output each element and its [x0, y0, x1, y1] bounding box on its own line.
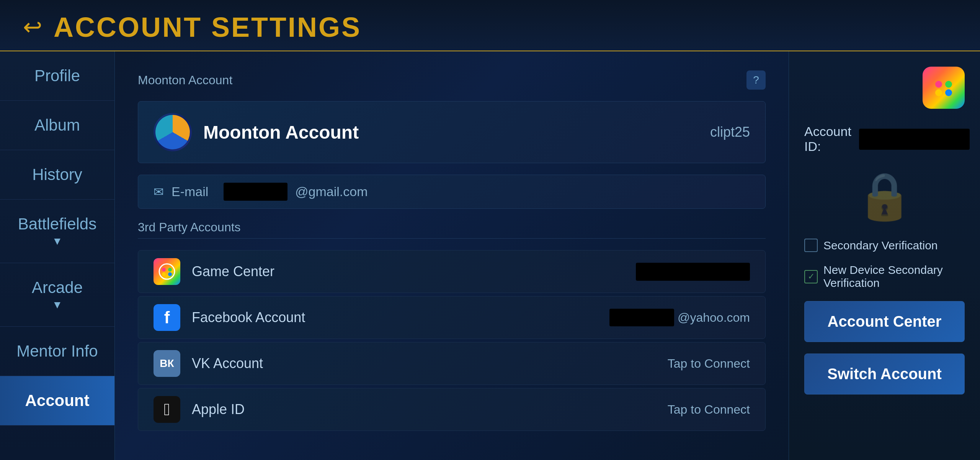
sidebar-label-album: Album	[34, 116, 80, 134]
account-center-button[interactable]: Account Center	[804, 301, 965, 342]
third-party-label: 3rd Party Accounts	[138, 220, 766, 239]
sidebar-item-profile[interactable]: Profile	[0, 51, 114, 101]
provider-row-facebook[interactable]: f Facebook Account @yahoo.com	[138, 296, 766, 339]
chevron-down-icon: ▼	[52, 235, 63, 247]
new-device-verification-checkbox[interactable]: ✓	[804, 270, 818, 283]
email-redacted	[224, 183, 287, 201]
svg-point-6	[945, 81, 952, 88]
switch-account-label: Switch Account	[827, 365, 942, 382]
back-button[interactable]: ↩	[23, 16, 42, 39]
switch-account-button[interactable]: Switch Account	[804, 354, 965, 395]
email-row: ✉ E-mail @gmail.com	[138, 175, 766, 209]
vk-icon: ВК	[154, 350, 180, 377]
provider-row-apple[interactable]:  Apple ID Tap to Connect	[138, 388, 766, 431]
new-device-verification-row: ✓ New Device Secondary Verification	[804, 264, 965, 290]
facebook-name: Facebook Account	[192, 309, 598, 326]
secondary-verification-row: Secondary Verification	[804, 239, 938, 252]
moonton-section-label: Moonton Account	[138, 73, 232, 87]
account-center-label: Account Center	[828, 313, 942, 330]
sidebar-item-album[interactable]: Album	[0, 101, 114, 150]
svg-point-4	[168, 272, 172, 276]
email-icon: ✉	[154, 185, 164, 199]
game-center-logo-svg	[158, 263, 176, 280]
account-username: clipt25	[710, 124, 750, 140]
apple-name: Apple ID	[192, 401, 656, 417]
game-center-status	[636, 263, 750, 281]
game-center-large-icon	[923, 67, 965, 109]
apple-icon: 	[154, 396, 180, 423]
sidebar-item-history[interactable]: History	[0, 150, 114, 200]
section-moonton: Moonton Account ?	[138, 70, 766, 90]
svg-point-3	[162, 272, 166, 276]
provider-row-vk[interactable]: ВК VK Account Tap to Connect	[138, 342, 766, 385]
sidebar-label-arcade: Arcade	[32, 278, 83, 297]
svg-point-7	[935, 89, 942, 96]
account-name: Moonton Account	[203, 122, 699, 143]
sidebar-item-account[interactable]: Account	[0, 376, 114, 426]
provider-list: Game Center f Facebook Account @yahoo.co…	[138, 250, 766, 431]
sidebar: Profile Album History Battlefields ▼ Arc…	[0, 51, 115, 460]
back-arrow-icon: ↩	[23, 14, 42, 40]
sidebar-item-arcade[interactable]: Arcade ▼	[0, 263, 114, 327]
right-panel: Account ID: 🔒 Secondary Verification ✓ N…	[789, 51, 980, 460]
moonton-logo	[154, 113, 192, 151]
email-label: E-mail	[172, 184, 208, 199]
svg-point-1	[162, 268, 166, 272]
sidebar-item-battlefields[interactable]: Battlefields ▼	[0, 200, 114, 263]
header: ↩ ACCOUNT SETTINGS	[0, 0, 980, 51]
new-device-verification-label: New Device Secondary Verification	[823, 264, 965, 290]
sidebar-label-mentor-info: Mentor Info	[16, 342, 98, 360]
secondary-verification-label: Secondary Verification	[823, 239, 938, 252]
account-id-value	[859, 129, 970, 150]
svg-point-5	[935, 81, 942, 88]
facebook-icon: f	[154, 304, 180, 331]
svg-point-0	[159, 264, 175, 279]
email-domain: @gmail.com	[295, 184, 368, 199]
svg-point-8	[945, 89, 952, 96]
content-area: Moonton Account ? Moonton Account clipt2…	[115, 51, 789, 460]
vk-status: Tap to Connect	[668, 357, 750, 371]
vk-name: VK Account	[192, 355, 656, 372]
account-id-label: Account ID:	[804, 124, 851, 154]
chevron-down-icon: ▼	[52, 299, 63, 311]
sidebar-label-battlefields: Battlefields	[18, 215, 96, 233]
lock-icon: 🔒	[856, 169, 913, 223]
help-icon[interactable]: ?	[746, 70, 766, 90]
main-layout: Profile Album History Battlefields ▼ Arc…	[0, 51, 980, 460]
sidebar-label-profile: Profile	[34, 67, 80, 85]
game-center-icon	[154, 258, 180, 285]
secondary-verification-checkbox[interactable]	[804, 239, 818, 252]
facebook-status: @yahoo.com	[609, 311, 750, 325]
game-center-icon-svg	[930, 74, 957, 101]
moonton-account-card: Moonton Account clipt25	[138, 101, 766, 163]
lock-graphic-area: 🔒	[804, 169, 965, 223]
game-center-name: Game Center	[192, 264, 624, 280]
moonton-logo-inner	[155, 115, 190, 149]
svg-point-2	[168, 268, 172, 272]
sidebar-label-account: Account	[25, 391, 90, 409]
apple-status: Tap to Connect	[668, 403, 750, 417]
page-title: ACCOUNT SETTINGS	[54, 11, 361, 43]
sidebar-item-mentor-info[interactable]: Mentor Info	[0, 327, 114, 376]
account-id-row: Account ID:	[804, 124, 970, 154]
provider-row-game-center[interactable]: Game Center	[138, 250, 766, 293]
sidebar-label-history: History	[32, 165, 82, 183]
